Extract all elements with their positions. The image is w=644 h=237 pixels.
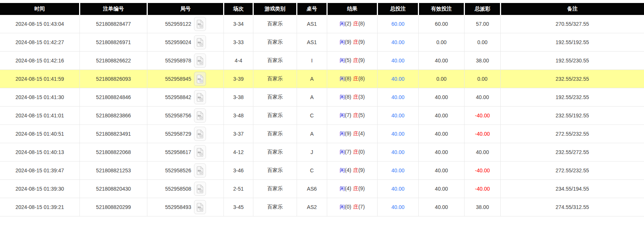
cell-total-bet: 40.00 [378, 33, 419, 52]
cell-remark: 232.55/232.55 [500, 70, 644, 88]
cell-time: 2024-08-15 01:41:59 [0, 70, 80, 88]
video-replay-button[interactable] [194, 90, 206, 104]
banker-result-score: (8) [358, 21, 365, 27]
round-number: 552959024 [165, 39, 191, 45]
round-number: 552958526 [165, 167, 191, 173]
cell-time: 2024-08-15 01:39:47 [0, 161, 80, 180]
cell-time: 2024-08-15 01:39:21 [0, 198, 80, 216]
banker-result-label: 庄 [353, 21, 358, 27]
table-row[interactable]: 2024-08-15 01:39:30 521808820430 5529585… [0, 180, 644, 198]
banker-result-score: (8) [358, 76, 365, 81]
cell-bet-id: 521808822068 [80, 143, 147, 161]
table-row[interactable]: 2024-08-15 01:40:13 521808822068 5529586… [0, 143, 644, 161]
player-result-score: (8) [345, 94, 351, 100]
cell-game-type: 百家乐 [253, 180, 297, 198]
banker-result-score: (5) [358, 112, 365, 118]
video-replay-button[interactable] [194, 163, 206, 178]
cell-game-type: 百家乐 [253, 88, 297, 107]
table-row[interactable]: 2024-08-15 01:39:21 521808820299 5529584… [0, 198, 644, 216]
cell-table-number: A [297, 70, 327, 88]
player-result-score: (7) [345, 112, 351, 118]
banker-result-label: 庄 [353, 57, 358, 63]
cell-result: 闲(9)庄(9) [327, 33, 377, 52]
banker-result-label: 庄 [353, 130, 358, 136]
cell-round: 552959024 [147, 33, 224, 52]
banker-result-label: 庄 [353, 94, 358, 100]
banker-result-score: (4) [358, 130, 365, 136]
cell-remark: 274.55/312.55 [500, 198, 644, 216]
player-result-score: (4) [345, 185, 351, 191]
cell-round: 552958945 [147, 70, 224, 88]
player-result-label: 闲 [340, 39, 345, 45]
column-header-bet_id: 注单编号 [80, 3, 147, 15]
cell-bet-id: 521808821253 [80, 161, 147, 180]
cell-time: 2024-08-15 01:41:01 [0, 107, 80, 125]
cell-total-payout: -40.00 [465, 161, 500, 180]
video-replay-button[interactable] [194, 182, 206, 196]
cell-total-bet: 40.00 [378, 125, 419, 143]
banker-result-score: (9) [358, 185, 365, 191]
cell-round: 552958493 [147, 198, 224, 216]
cell-total-bet: 40.00 [378, 198, 419, 216]
cell-total-bet: 40.00 [378, 107, 419, 125]
banker-result-score: (9) [358, 39, 365, 45]
cell-session: 3-45 [223, 198, 253, 216]
video-replay-button[interactable] [194, 17, 206, 31]
video-replay-button[interactable] [194, 127, 206, 141]
round-number: 552958978 [165, 58, 191, 64]
cell-session: 4-12 [223, 143, 253, 161]
table-row[interactable]: 2024-08-15 01:41:59 521808826093 5529589… [0, 70, 644, 88]
cell-remark: 234.55/194.55 [500, 180, 644, 198]
round-number: 552958842 [165, 94, 191, 100]
table-row[interactable]: 2024-08-15 01:41:30 521808824846 5529588… [0, 88, 644, 107]
video-replay-button[interactable] [194, 35, 206, 49]
cell-session: 3-34 [223, 15, 253, 33]
video-file-icon [196, 203, 204, 212]
player-result-label: 闲 [340, 185, 345, 191]
table-row[interactable]: 2024-08-15 01:43:04 521808828477 5529591… [0, 15, 644, 33]
column-header-time: 时间 [0, 3, 80, 15]
cell-total-payout: -40.00 [465, 180, 500, 198]
video-replay-button[interactable] [194, 145, 206, 159]
table-row[interactable]: 2024-08-15 01:41:01 521808823866 5529587… [0, 107, 644, 125]
cell-remark: 270.55/327.55 [500, 15, 644, 33]
cell-game-type: 百家乐 [253, 15, 297, 33]
column-header-table_no: 桌号 [297, 3, 327, 15]
cell-round: 552958842 [147, 88, 224, 107]
cell-total-bet: 40.00 [378, 70, 419, 88]
video-replay-button[interactable] [194, 53, 206, 68]
cell-session: 3-46 [223, 161, 253, 180]
cell-game-type: 百家乐 [253, 198, 297, 216]
table-row[interactable]: 2024-08-15 01:42:16 521808826622 5529589… [0, 52, 644, 70]
cell-session: 3-48 [223, 107, 253, 125]
cell-session: 2-51 [223, 180, 253, 198]
table-row[interactable]: 2024-08-15 01:42:27 521808826971 5529590… [0, 33, 644, 52]
round-number: 552958617 [165, 149, 191, 155]
table-row[interactable]: 2024-08-15 01:40:51 521808823491 5529587… [0, 125, 644, 143]
cell-valid-bet: 0.00 [418, 33, 464, 52]
player-result-label: 闲 [340, 130, 345, 136]
video-file-icon [196, 93, 204, 102]
cell-game-type: 百家乐 [253, 125, 297, 143]
cell-result: 闲(5)庄(9) [327, 52, 377, 70]
column-header-total_bet: 总投注 [378, 3, 419, 15]
cell-bet-id: 521808820299 [80, 198, 147, 216]
video-replay-button[interactable] [194, 108, 206, 123]
cell-time: 2024-08-15 01:41:30 [0, 88, 80, 107]
cell-bet-id: 521808823491 [80, 125, 147, 143]
cell-remark: 272.55/232.55 [500, 161, 644, 180]
video-replay-button[interactable] [194, 200, 206, 214]
cell-result: 闲(9)庄(4) [327, 125, 377, 143]
cell-result: 闲(4)庄(9) [327, 161, 377, 180]
cell-session: 3-38 [223, 88, 253, 107]
video-file-icon [196, 184, 204, 194]
table-row[interactable]: 2024-08-15 01:39:47 521808821253 5529585… [0, 161, 644, 180]
cell-table-number: J [297, 143, 327, 161]
video-replay-button[interactable] [194, 72, 206, 86]
player-result-score: (8) [345, 76, 351, 81]
banker-result-score: (9) [358, 167, 365, 173]
player-result-label: 闲 [340, 21, 345, 27]
cell-session: 3-33 [223, 33, 253, 52]
cell-valid-bet: 40.00 [418, 52, 464, 70]
cell-total-bet: 40.00 [378, 52, 419, 70]
